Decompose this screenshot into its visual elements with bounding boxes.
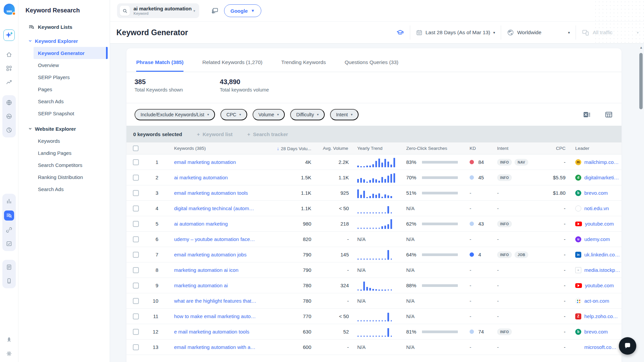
sidebar-item-search-ads[interactable]: Search Ads [18, 183, 110, 195]
date-range-selector[interactable]: Last 28 Days (As of Mar 13) ▾ [416, 29, 495, 36]
keyword-link[interactable]: e mail marketing automation tools [174, 329, 266, 335]
sidebar-item-search-competitors[interactable]: Search Competitors [18, 159, 110, 171]
keyword-search-icon[interactable] [4, 210, 14, 221]
scrollbar-thumb[interactable] [639, 53, 643, 109]
row-checkbox[interactable] [133, 190, 139, 196]
sidebar-item-ranking-distribution[interactable]: Ranking Distribution [18, 171, 110, 183]
sidebar-item-serp-snapshot[interactable]: SERP Snapshot [18, 107, 110, 119]
leader-domain-link[interactable]: brevo.com [584, 329, 608, 335]
row-checkbox[interactable] [133, 236, 139, 242]
leader-domain-link[interactable]: media.istockp… [584, 267, 620, 273]
row-checkbox[interactable] [133, 159, 139, 165]
leader-domain-link[interactable]: udemy.com [584, 236, 610, 242]
keyword-link[interactable]: ai automation marketing [174, 221, 266, 227]
filter-intent[interactable]: Intent▾ [330, 109, 359, 120]
bar-chart-icon[interactable] [5, 197, 13, 205]
backlinks-icon[interactable] [5, 226, 13, 234]
leader-domain-link[interactable]: youtube.com [585, 283, 614, 288]
keyword-link[interactable]: what are the highlight features that… [174, 298, 266, 304]
column-header-leader[interactable]: Leader [570, 146, 622, 151]
sidebar-item-serp-players[interactable]: SERP Players [18, 71, 110, 83]
ai-assistant-icon[interactable] [3, 29, 15, 41]
sidebar-item-keyword-lists[interactable]: Keyword Lists [18, 21, 110, 33]
traffic-type-selector[interactable]: All traffic ▾ [582, 28, 639, 37]
column-header-avg-volume[interactable]: Avg. Volume [316, 146, 353, 151]
leader-domain-link[interactable]: digitalmarketi… [584, 175, 619, 180]
leader-domain-link[interactable]: microsoft.co… [584, 344, 616, 350]
region-selector[interactable]: Worldwide ▾ [507, 29, 570, 36]
filter-difficulty[interactable]: Difficulty▾ [290, 109, 325, 120]
scroll-up-arrow[interactable]: ▲ [639, 46, 643, 49]
keyword-link[interactable]: email marketing automation [174, 159, 266, 165]
leader-domain-link[interactable]: act-on.com [584, 298, 609, 304]
trend-line-icon[interactable] [5, 78, 13, 86]
row-checkbox[interactable] [133, 283, 139, 289]
row-checkbox[interactable] [133, 329, 139, 335]
row-checkbox[interactable] [133, 344, 139, 350]
settings-gear-icon[interactable] [5, 349, 13, 358]
column-header-yearly-trend[interactable]: Yearly Trend [353, 146, 401, 151]
column-header-zero-click[interactable]: Zero-Click Searches [401, 146, 466, 151]
filter-volume[interactable]: Volume▾ [253, 109, 285, 120]
add-to-search-tracker-button[interactable]: + Search tracker [247, 131, 288, 137]
row-checkbox[interactable] [133, 267, 139, 273]
home-icon[interactable] [5, 50, 13, 59]
globe-pulse-icon[interactable] [5, 112, 13, 121]
keyword-link[interactable]: email marketing automation with a… [174, 344, 266, 350]
graduation-cap-icon[interactable] [396, 28, 404, 37]
select-all-checkbox[interactable] [133, 145, 139, 151]
row-checkbox[interactable] [133, 313, 139, 319]
row-checkbox[interactable] [133, 298, 139, 304]
keyword-link[interactable]: digital marketing techincal (autom… [174, 205, 266, 211]
apps-plus-icon[interactable] [5, 64, 13, 73]
leader-domain-link[interactable]: mailchimp.co… [584, 159, 619, 165]
column-header-28d-volume[interactable]: ↓28 Days Volu... [266, 146, 316, 151]
leader-domain-link[interactable]: noti.edu.vn [584, 205, 609, 211]
sidebar-item-keyword-explorer[interactable]: Keyword Explorer [18, 35, 110, 47]
table-columns-icon[interactable] [605, 111, 613, 119]
leader-domain-link[interactable]: brevo.com [584, 190, 608, 196]
keyword-link[interactable]: how to make email marketing auto… [174, 313, 266, 319]
sidebar-item-landing-pages[interactable]: Landing Pages [18, 147, 110, 159]
keyword-link[interactable]: marketing automation ai icon [174, 267, 266, 273]
row-checkbox[interactable] [133, 221, 139, 227]
keyword-link[interactable]: udemy – youtube automation face… [174, 236, 266, 242]
sidebar-item-search-ads[interactable]: Search Ads [18, 95, 110, 107]
sidebar-item-website-explorer[interactable]: Website Explorer [18, 123, 110, 135]
pie-chart-icon[interactable] [5, 126, 13, 134]
leader-domain-link[interactable]: uk.linkedin.co… [584, 252, 620, 257]
chat-button[interactable] [619, 337, 636, 355]
leader-domain-link[interactable]: youtube.com [585, 221, 614, 227]
sidebar-item-overview[interactable]: Overview [18, 59, 110, 71]
sidebar-item-pages[interactable]: Pages [18, 83, 110, 95]
add-to-keyword-list-button[interactable]: + Keyword list [197, 131, 232, 137]
similarweb-logo[interactable]: ww [4, 7, 15, 15]
column-header-kd[interactable]: KD [466, 146, 492, 151]
column-header-intent[interactable]: Intent [492, 146, 538, 151]
mobile-app-icon[interactable] [5, 277, 13, 285]
column-header-keywords[interactable]: Keywords (385) [169, 146, 266, 151]
rank-tracker-icon[interactable] [5, 239, 13, 248]
tab-phrase-match-385-[interactable]: Phrase Match (385) [136, 59, 183, 72]
row-checkbox[interactable] [133, 175, 139, 181]
row-checkbox[interactable] [133, 252, 139, 258]
notes-icon[interactable] [5, 263, 13, 272]
keyword-link[interactable]: email marketing automation tools [174, 190, 266, 196]
sidebar-item-keyword-generator[interactable]: Keyword Generator [34, 47, 108, 59]
keyword-search-selector[interactable]: ai marketing automation Keyword ▾ [117, 3, 199, 18]
rocket-icon[interactable] [5, 336, 13, 344]
filter-cpc[interactable]: CPC▾ [220, 109, 247, 120]
row-checkbox[interactable] [133, 205, 139, 212]
sidebar-item-keywords[interactable]: Keywords [18, 135, 110, 147]
leader-domain-link[interactable]: help.zoho.co… [584, 313, 618, 319]
keyword-link[interactable]: email marketing automation jobs [174, 252, 266, 257]
search-engine-selector[interactable]: Google ▼ [224, 4, 261, 17]
tab-trending-keywords[interactable]: Trending Keywords [281, 59, 326, 72]
keyword-link[interactable]: ai marketing automation [174, 175, 266, 180]
tab-related-keywords-1-270-[interactable]: Related Keywords (1,270) [202, 59, 262, 72]
filter-include-exclude-keywords-list[interactable]: Include/Exclude Keywords/List▾ [135, 109, 215, 120]
add-compare-icon[interactable] [211, 7, 219, 15]
web-globe-icon[interactable] [5, 98, 13, 107]
column-header-cpc[interactable]: CPC [538, 146, 570, 151]
excel-export-icon[interactable] [583, 111, 591, 119]
